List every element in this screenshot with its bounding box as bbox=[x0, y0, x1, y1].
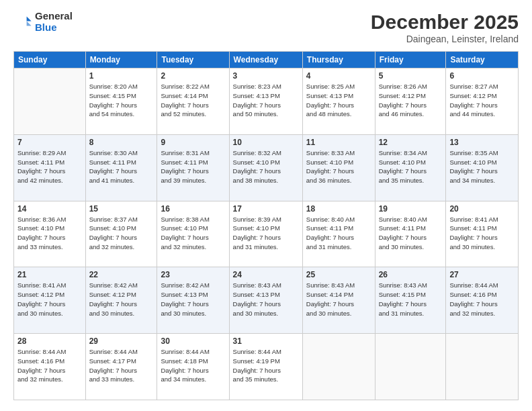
day-info: Sunrise: 8:42 AM Sunset: 4:12 PM Dayligh… bbox=[89, 281, 154, 318]
calendar-cell: 1Sunrise: 8:20 AM Sunset: 4:15 PM Daylig… bbox=[85, 68, 157, 135]
calendar-cell: 19Sunrise: 8:40 AM Sunset: 4:11 PM Dayli… bbox=[375, 201, 446, 267]
calendar-cell: 29Sunrise: 8:44 AM Sunset: 4:17 PM Dayli… bbox=[85, 334, 157, 400]
day-number: 18 bbox=[306, 204, 371, 214]
day-number: 23 bbox=[161, 270, 225, 279]
calendar-cell: 3Sunrise: 8:23 AM Sunset: 4:13 PM Daylig… bbox=[229, 68, 302, 135]
calendar-week-row: 7Sunrise: 8:29 AM Sunset: 4:11 PM Daylig… bbox=[14, 134, 519, 201]
logo-blue: Blue bbox=[35, 22, 73, 34]
day-info: Sunrise: 8:30 AM Sunset: 4:11 PM Dayligh… bbox=[89, 148, 154, 185]
day-info: Sunrise: 8:36 AM Sunset: 4:10 PM Dayligh… bbox=[17, 215, 82, 252]
day-info: Sunrise: 8:35 AM Sunset: 4:10 PM Dayligh… bbox=[449, 148, 515, 185]
calendar-cell bbox=[375, 334, 446, 400]
svg-marker-1 bbox=[27, 21, 32, 26]
calendar-cell: 14Sunrise: 8:36 AM Sunset: 4:10 PM Dayli… bbox=[14, 201, 86, 267]
day-number: 14 bbox=[17, 204, 82, 214]
day-number: 31 bbox=[233, 336, 299, 346]
col-header-tuesday: Tuesday bbox=[157, 52, 229, 68]
day-info: Sunrise: 8:39 AM Sunset: 4:10 PM Dayligh… bbox=[233, 215, 299, 252]
calendar-cell bbox=[446, 334, 519, 400]
calendar-cell: 16Sunrise: 8:38 AM Sunset: 4:10 PM Dayli… bbox=[157, 201, 229, 267]
day-number: 5 bbox=[379, 71, 443, 81]
calendar-cell: 28Sunrise: 8:44 AM Sunset: 4:16 PM Dayli… bbox=[14, 334, 86, 400]
col-header-wednesday: Wednesday bbox=[229, 52, 302, 68]
calendar-cell: 24Sunrise: 8:43 AM Sunset: 4:13 PM Dayli… bbox=[229, 267, 302, 334]
calendar-cell: 7Sunrise: 8:29 AM Sunset: 4:11 PM Daylig… bbox=[14, 134, 86, 201]
calendar-header-row: SundayMondayTuesdayWednesdayThursdayFrid… bbox=[14, 52, 519, 68]
col-header-saturday: Saturday bbox=[446, 52, 519, 68]
day-number: 16 bbox=[161, 204, 225, 214]
day-number: 1 bbox=[89, 71, 154, 81]
calendar-cell: 18Sunrise: 8:40 AM Sunset: 4:11 PM Dayli… bbox=[302, 201, 375, 267]
day-number: 9 bbox=[161, 138, 225, 147]
day-info: Sunrise: 8:27 AM Sunset: 4:12 PM Dayligh… bbox=[449, 82, 515, 119]
calendar-cell: 23Sunrise: 8:42 AM Sunset: 4:13 PM Dayli… bbox=[157, 267, 229, 334]
day-number: 15 bbox=[89, 204, 154, 214]
day-info: Sunrise: 8:38 AM Sunset: 4:10 PM Dayligh… bbox=[161, 215, 225, 252]
calendar-cell: 8Sunrise: 8:30 AM Sunset: 4:11 PM Daylig… bbox=[85, 134, 157, 201]
day-number: 8 bbox=[89, 138, 154, 147]
calendar-cell: 30Sunrise: 8:44 AM Sunset: 4:18 PM Dayli… bbox=[157, 334, 229, 400]
day-number: 10 bbox=[233, 138, 299, 147]
calendar-cell: 22Sunrise: 8:42 AM Sunset: 4:12 PM Dayli… bbox=[85, 267, 157, 334]
col-header-sunday: Sunday bbox=[14, 52, 86, 68]
day-info: Sunrise: 8:40 AM Sunset: 4:11 PM Dayligh… bbox=[379, 215, 443, 252]
day-number: 22 bbox=[89, 270, 154, 279]
logo-general: General bbox=[35, 11, 73, 22]
day-number: 3 bbox=[233, 71, 299, 81]
day-info: Sunrise: 8:33 AM Sunset: 4:10 PM Dayligh… bbox=[306, 148, 371, 185]
calendar-cell: 9Sunrise: 8:31 AM Sunset: 4:11 PM Daylig… bbox=[157, 134, 229, 201]
location-subtitle: Daingean, Leinster, Ireland bbox=[371, 34, 519, 44]
calendar-cell: 10Sunrise: 8:32 AM Sunset: 4:10 PM Dayli… bbox=[229, 134, 302, 201]
col-header-friday: Friday bbox=[375, 52, 446, 68]
month-title: December 2025 bbox=[371, 11, 519, 34]
day-number: 4 bbox=[306, 71, 371, 81]
day-number: 30 bbox=[161, 336, 225, 346]
title-section: December 2025 Daingean, Leinster, Irelan… bbox=[371, 11, 519, 44]
day-info: Sunrise: 8:44 AM Sunset: 4:19 PM Dayligh… bbox=[233, 347, 299, 384]
day-info: Sunrise: 8:40 AM Sunset: 4:11 PM Dayligh… bbox=[306, 215, 371, 252]
day-number: 11 bbox=[306, 138, 371, 147]
calendar-cell: 13Sunrise: 8:35 AM Sunset: 4:10 PM Dayli… bbox=[446, 134, 519, 201]
calendar-week-row: 21Sunrise: 8:41 AM Sunset: 4:12 PM Dayli… bbox=[14, 267, 519, 334]
day-number: 2 bbox=[161, 71, 225, 81]
day-number: 19 bbox=[379, 204, 443, 214]
svg-marker-0 bbox=[27, 16, 32, 21]
day-number: 25 bbox=[306, 270, 371, 279]
day-info: Sunrise: 8:20 AM Sunset: 4:15 PM Dayligh… bbox=[89, 82, 154, 119]
day-info: Sunrise: 8:34 AM Sunset: 4:10 PM Dayligh… bbox=[379, 148, 443, 185]
calendar-week-row: 28Sunrise: 8:44 AM Sunset: 4:16 PM Dayli… bbox=[14, 334, 519, 400]
day-info: Sunrise: 8:26 AM Sunset: 4:12 PM Dayligh… bbox=[379, 82, 443, 119]
day-number: 24 bbox=[233, 270, 299, 279]
calendar-week-row: 1Sunrise: 8:20 AM Sunset: 4:15 PM Daylig… bbox=[14, 68, 519, 135]
day-info: Sunrise: 8:31 AM Sunset: 4:11 PM Dayligh… bbox=[161, 148, 225, 185]
calendar-cell bbox=[14, 68, 86, 135]
header: General Blue December 2025 Daingean, Lei… bbox=[13, 11, 519, 44]
calendar-week-row: 14Sunrise: 8:36 AM Sunset: 4:10 PM Dayli… bbox=[14, 201, 519, 267]
calendar: SundayMondayTuesdayWednesdayThursdayFrid… bbox=[13, 51, 519, 400]
day-info: Sunrise: 8:32 AM Sunset: 4:10 PM Dayligh… bbox=[233, 148, 299, 185]
calendar-cell: 26Sunrise: 8:43 AM Sunset: 4:15 PM Dayli… bbox=[375, 267, 446, 334]
day-info: Sunrise: 8:29 AM Sunset: 4:11 PM Dayligh… bbox=[17, 148, 82, 185]
calendar-cell: 2Sunrise: 8:22 AM Sunset: 4:14 PM Daylig… bbox=[157, 68, 229, 135]
day-info: Sunrise: 8:41 AM Sunset: 4:12 PM Dayligh… bbox=[17, 281, 82, 318]
calendar-cell: 4Sunrise: 8:25 AM Sunset: 4:13 PM Daylig… bbox=[302, 68, 375, 135]
day-info: Sunrise: 8:22 AM Sunset: 4:14 PM Dayligh… bbox=[161, 82, 225, 119]
day-info: Sunrise: 8:44 AM Sunset: 4:17 PM Dayligh… bbox=[89, 347, 154, 384]
day-number: 20 bbox=[449, 204, 515, 214]
calendar-cell: 21Sunrise: 8:41 AM Sunset: 4:12 PM Dayli… bbox=[14, 267, 86, 334]
day-info: Sunrise: 8:44 AM Sunset: 4:16 PM Dayligh… bbox=[449, 281, 515, 318]
calendar-cell: 31Sunrise: 8:44 AM Sunset: 4:19 PM Dayli… bbox=[229, 334, 302, 400]
col-header-thursday: Thursday bbox=[302, 52, 375, 68]
day-number: 21 bbox=[17, 270, 82, 279]
calendar-cell: 12Sunrise: 8:34 AM Sunset: 4:10 PM Dayli… bbox=[375, 134, 446, 201]
day-number: 13 bbox=[449, 138, 515, 147]
day-number: 17 bbox=[233, 204, 299, 214]
calendar-cell: 15Sunrise: 8:37 AM Sunset: 4:10 PM Dayli… bbox=[85, 201, 157, 267]
logo: General Blue bbox=[13, 11, 73, 33]
day-info: Sunrise: 8:43 AM Sunset: 4:15 PM Dayligh… bbox=[379, 281, 443, 318]
day-number: 27 bbox=[449, 270, 515, 279]
col-header-monday: Monday bbox=[85, 52, 157, 68]
day-number: 26 bbox=[379, 270, 443, 279]
calendar-cell: 6Sunrise: 8:27 AM Sunset: 4:12 PM Daylig… bbox=[446, 68, 519, 135]
day-number: 6 bbox=[449, 71, 515, 81]
